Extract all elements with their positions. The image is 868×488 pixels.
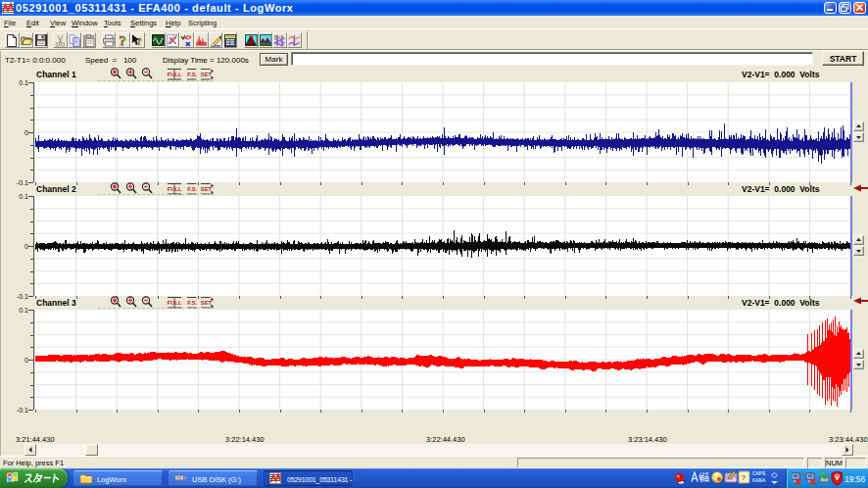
svg-text:SET: SET — [201, 72, 213, 77]
svg-text:?: ? — [742, 473, 747, 482]
svg-text:?: ? — [137, 35, 142, 46]
svg-text:F.S.: F.S. — [187, 300, 197, 306]
svg-text:?: ? — [119, 33, 125, 47]
svg-text:FULL: FULL — [168, 186, 182, 192]
svg-text:FULL: FULL — [168, 72, 182, 77]
svg-text:SET: SET — [201, 186, 213, 192]
svg-text:F.S.: F.S. — [187, 72, 197, 77]
svg-text:SET: SET — [201, 300, 213, 306]
svg-text:F.S.: F.S. — [187, 186, 197, 192]
svg-text:FULL: FULL — [168, 300, 182, 306]
